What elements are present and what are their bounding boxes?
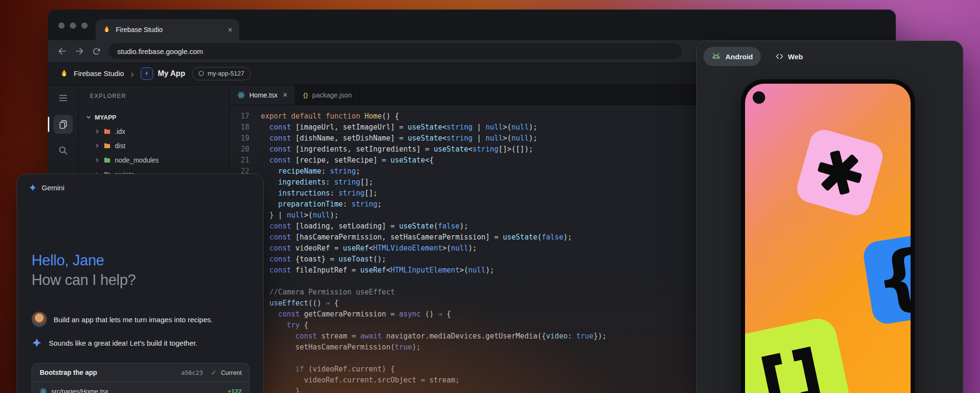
task-card: Bootstrap the app a56c23 ✓ Current src/p… — [32, 363, 250, 393]
explorer-root-folder[interactable]: MYAPP — [78, 110, 229, 124]
code-icon — [775, 52, 784, 61]
task-title: Bootstrap the app — [40, 369, 177, 376]
menu-icon[interactable] — [58, 93, 68, 103]
search-icon[interactable] — [58, 145, 68, 155]
phone-screen[interactable]: { — [745, 84, 911, 393]
task-card-file-row[interactable]: src/pages/Home.tsx +122 — [32, 382, 249, 393]
firebase-logo-icon — [59, 69, 69, 78]
window-control-dot[interactable] — [58, 22, 65, 29]
brace-glyph: { — [870, 240, 911, 317]
bracket-tile — [745, 315, 855, 393]
explorer-item-node-modules[interactable]: node_modules — [78, 153, 229, 167]
close-icon[interactable]: × — [283, 91, 287, 99]
browser-tab[interactable]: Firebase Studio × — [96, 19, 239, 40]
explorer-title: EXPLORER — [78, 93, 229, 99]
folder-icon — [103, 128, 111, 135]
tab-label: package.json — [312, 91, 352, 99]
app-id-label: my-app-5127 — [208, 70, 245, 77]
editor-tab-package[interactable]: {} package.json — [295, 85, 360, 105]
greeting-secondary: How can I help? — [32, 270, 136, 290]
back-icon[interactable] — [57, 46, 67, 56]
titlebar: Firebase Studio × — [48, 10, 896, 40]
stage: Firebase Studio × studio.firebase.google… — [0, 0, 980, 393]
folder-label: .idx — [115, 128, 125, 135]
browser-tab-title: Firebase Studio — [116, 26, 163, 33]
user-message-text: Build an app that lets me turn images in… — [54, 316, 213, 324]
web-toggle-label: Web — [788, 53, 803, 61]
tab-close-icon[interactable]: × — [228, 26, 233, 34]
folder-icon — [103, 142, 111, 150]
app-name[interactable]: My App — [158, 69, 185, 78]
android-toggle-label: Android — [725, 53, 753, 61]
camera-punch-hole — [753, 91, 765, 104]
react-icon — [40, 388, 47, 393]
asterisk-icon — [809, 142, 871, 204]
file-path: src/pages/Home.tsx — [51, 388, 223, 393]
android-icon — [711, 52, 721, 62]
folder-label: MYAPP — [95, 114, 116, 121]
window-control-dot[interactable] — [81, 22, 88, 29]
phone-mockup: { — [741, 79, 915, 393]
status-badge: Current — [221, 369, 242, 376]
assistant-message: Sounds like a great idea! Let's build it… — [32, 338, 252, 348]
user-avatar — [32, 312, 47, 327]
chevron-right-icon — [95, 158, 100, 163]
gemini-star-icon — [32, 338, 42, 348]
user-message: Build an app that lets me turn images in… — [32, 312, 252, 327]
gemini-star-icon — [29, 184, 37, 192]
react-icon — [237, 91, 245, 99]
assistant-message-text: Sounds like a great idea! Let's build it… — [49, 339, 198, 347]
asterisk-tile — [794, 127, 886, 219]
gemini-title: Gemini — [42, 184, 65, 192]
folder-label: node_modules — [115, 156, 159, 164]
check-icon: ✓ — [211, 369, 217, 376]
url-text: studio.firebase.google.com — [117, 47, 203, 55]
tab-label: Home.tsx — [249, 91, 278, 99]
firebase-favicon-icon — [102, 25, 111, 34]
chevron-down-icon — [86, 115, 91, 120]
app-id-badge[interactable]: my-app-5127 — [192, 67, 251, 80]
greeting-primary: Hello, Jane — [32, 251, 136, 270]
android-toggle[interactable]: Android — [703, 47, 761, 66]
diff-added-count: +122 — [228, 388, 242, 393]
file-tree: MYAPP .idx dist node — [78, 110, 229, 182]
app-prototype-icon — [141, 67, 153, 80]
gemini-header: Gemini — [17, 174, 263, 192]
folder-icon — [103, 156, 111, 164]
preview-target-toggles: Android Web — [703, 47, 811, 66]
product-title[interactable]: Firebase Studio — [74, 69, 124, 77]
explorer-item-dist[interactable]: dist — [78, 139, 229, 153]
chevron-right-icon — [95, 143, 100, 148]
url-bar[interactable]: studio.firebase.google.com — [109, 43, 682, 59]
chevron-right-icon — [95, 129, 100, 134]
window-control-dot[interactable] — [70, 22, 76, 29]
device-preview-panel: Android Web { — [696, 41, 963, 393]
brackets-icon — [755, 342, 828, 393]
files-icon — [58, 120, 68, 129]
forward-icon[interactable] — [75, 46, 84, 56]
reload-icon[interactable] — [92, 47, 101, 56]
editor-tab-home[interactable]: Home.tsx × — [230, 85, 295, 105]
breadcrumb-separator: › — [131, 69, 134, 78]
web-toggle[interactable]: Web — [768, 47, 811, 66]
window-controls[interactable] — [58, 22, 88, 29]
task-card-header[interactable]: Bootstrap the app a56c23 ✓ Current — [32, 363, 249, 382]
explorer-item-idx[interactable]: .idx — [78, 124, 229, 139]
json-icon: {} — [303, 91, 308, 98]
app-id-icon — [198, 70, 204, 76]
folder-label: dist — [115, 142, 125, 150]
commit-hash: a56c23 — [181, 369, 203, 376]
brace-tile: { — [861, 230, 911, 326]
gemini-panel: Gemini Hello, Jane How can I help? Build… — [17, 174, 264, 393]
explorer-activity-button[interactable] — [54, 115, 73, 134]
gemini-greeting: Hello, Jane How can I help? — [32, 251, 136, 290]
